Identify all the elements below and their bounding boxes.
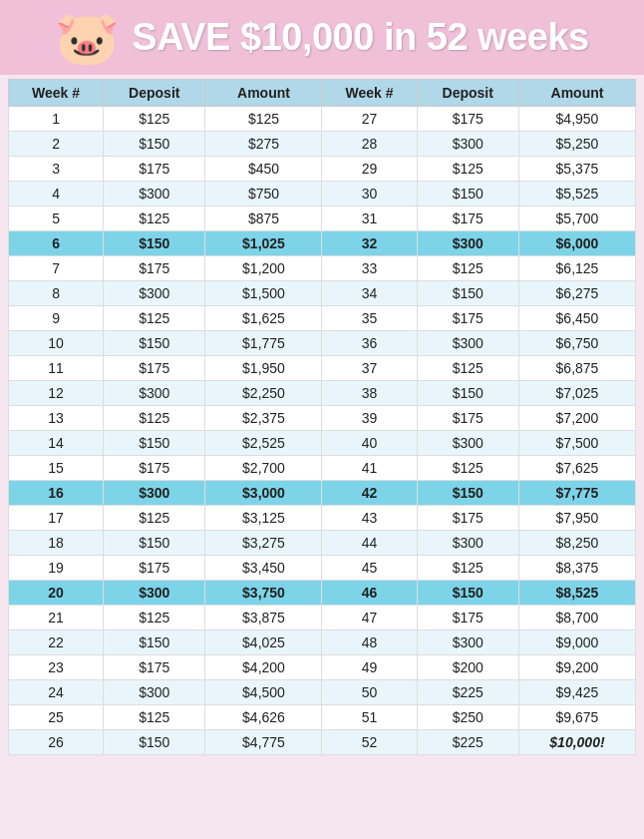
cell-amount1: $3,275 [205, 531, 322, 556]
cell-deposit1: $300 [104, 581, 205, 606]
table-row: 4$300$75030$150$5,525 [9, 182, 636, 207]
cell-amount2: $6,750 [518, 331, 635, 356]
table-header-row: Week # Deposit Amount Week # Deposit Amo… [9, 80, 636, 107]
cell-deposit1: $150 [104, 231, 205, 256]
table-row: 6$150$1,02532$300$6,000 [9, 231, 636, 256]
cell-amount2: $5,525 [518, 182, 635, 207]
cell-deposit1: $150 [104, 431, 205, 456]
cell-amount2: $9,675 [518, 705, 635, 730]
cell-week1: 4 [9, 182, 104, 207]
page-title: SAVE $10,000 in 52 weeks [132, 16, 588, 59]
cell-deposit1: $150 [104, 132, 205, 157]
header-week1: Week # [9, 80, 104, 107]
cell-week1: 12 [9, 381, 104, 406]
cell-week2: 31 [322, 207, 417, 231]
cell-week2: 28 [322, 132, 417, 157]
cell-deposit1: $300 [104, 182, 205, 207]
cell-week1: 15 [9, 456, 104, 481]
cell-amount1: $2,375 [205, 406, 322, 431]
table-row: 16$300$3,00042$150$7,775 [9, 481, 636, 506]
cell-deposit2: $150 [417, 581, 518, 606]
cell-amount2: $8,250 [518, 531, 635, 556]
cell-deposit2: $300 [417, 431, 518, 456]
cell-week1: 20 [9, 581, 104, 606]
cell-week1: 19 [9, 556, 104, 581]
cell-deposit2: $125 [417, 256, 518, 281]
cell-week2: 38 [322, 381, 417, 406]
cell-deposit2: $300 [417, 531, 518, 556]
cell-week2: 43 [322, 506, 417, 531]
cell-amount1: $125 [205, 107, 322, 132]
cell-deposit1: $150 [104, 331, 205, 356]
cell-week1: 1 [9, 107, 104, 132]
cell-week2: 45 [322, 556, 417, 581]
header-amount1: Amount [205, 80, 322, 107]
page-header: 🐷 SAVE $10,000 in 52 weeks [0, 0, 644, 75]
table-row: 22$150$4,02548$300$9,000 [9, 630, 636, 655]
cell-amount2: $6,125 [518, 256, 635, 281]
cell-week1: 18 [9, 531, 104, 556]
cell-week2: 32 [322, 231, 417, 256]
cell-week2: 27 [322, 107, 417, 132]
cell-amount1: $1,775 [205, 331, 322, 356]
cell-deposit2: $175 [417, 606, 518, 630]
cell-amount1: $1,200 [205, 256, 322, 281]
cell-week2: 51 [322, 705, 417, 730]
cell-amount2: $7,200 [518, 406, 635, 431]
cell-week2: 33 [322, 256, 417, 281]
header-amount2: Amount [518, 80, 635, 107]
cell-week2: 30 [322, 182, 417, 207]
cell-week1: 11 [9, 356, 104, 381]
cell-week1: 6 [9, 231, 104, 256]
cell-week1: 22 [9, 630, 104, 655]
cell-deposit2: $175 [417, 406, 518, 431]
table-row: 26$150$4,77552$225$10,000! [9, 730, 636, 755]
cell-amount1: $2,250 [205, 381, 322, 406]
header-deposit1: Deposit [104, 80, 205, 107]
cell-week2: 41 [322, 456, 417, 481]
cell-amount1: $450 [205, 157, 322, 182]
cell-week2: 39 [322, 406, 417, 431]
table-row: 19$175$3,45045$125$8,375 [9, 556, 636, 581]
cell-amount2: $6,875 [518, 356, 635, 381]
table-row: 3$175$45029$125$5,375 [9, 157, 636, 182]
cell-amount2: $8,700 [518, 606, 635, 630]
cell-deposit1: $125 [104, 705, 205, 730]
pig-icon: 🐷 [55, 12, 120, 64]
cell-amount2: $5,375 [518, 157, 635, 182]
cell-week1: 23 [9, 655, 104, 680]
cell-deposit2: $225 [417, 680, 518, 705]
cell-deposit2: $175 [417, 306, 518, 331]
cell-amount2: $7,950 [518, 506, 635, 531]
cell-amount1: $2,700 [205, 456, 322, 481]
table-row: 5$125$87531$175$5,700 [9, 207, 636, 231]
cell-week1: 17 [9, 506, 104, 531]
cell-amount1: $1,500 [205, 281, 322, 306]
cell-week1: 5 [9, 207, 104, 231]
cell-week2: 50 [322, 680, 417, 705]
cell-amount2: $7,775 [518, 481, 635, 506]
cell-deposit1: $175 [104, 456, 205, 481]
cell-week2: 34 [322, 281, 417, 306]
cell-deposit2: $150 [417, 381, 518, 406]
cell-deposit1: $175 [104, 556, 205, 581]
cell-week1: 7 [9, 256, 104, 281]
cell-week1: 25 [9, 705, 104, 730]
cell-deposit2: $300 [417, 630, 518, 655]
cell-deposit1: $175 [104, 655, 205, 680]
cell-amount2: $7,025 [518, 381, 635, 406]
cell-amount1: $4,626 [205, 705, 322, 730]
cell-deposit1: $300 [104, 381, 205, 406]
cell-deposit2: $175 [417, 506, 518, 531]
cell-deposit2: $150 [417, 481, 518, 506]
cell-deposit1: $300 [104, 481, 205, 506]
cell-amount2: $4,950 [518, 107, 635, 132]
cell-amount1: $4,200 [205, 655, 322, 680]
cell-amount2: $8,375 [518, 556, 635, 581]
table-row: 15$175$2,70041$125$7,625 [9, 456, 636, 481]
cell-amount1: $1,625 [205, 306, 322, 331]
cell-amount1: $4,500 [205, 680, 322, 705]
table-row: 1$125$12527$175$4,950 [9, 107, 636, 132]
cell-amount2: $7,500 [518, 431, 635, 456]
cell-amount1: $3,450 [205, 556, 322, 581]
